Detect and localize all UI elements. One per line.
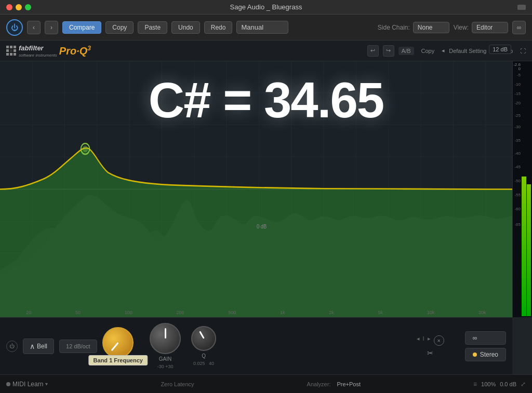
preset-dropdown[interactable]: Manual xyxy=(236,21,288,34)
plugin-body: fabfilter software instruments Pro·Q3 ↩ … xyxy=(0,40,532,374)
redo-eq-button[interactable]: ↪ xyxy=(383,45,394,57)
svg-point-26 xyxy=(83,145,88,152)
bottom-icons: ≡ 100% 0.0 dB ⤢ xyxy=(473,381,526,388)
copy-button[interactable]: Copy xyxy=(105,21,134,34)
filter-slope-button[interactable]: 12 dB/oct xyxy=(59,340,97,353)
plugin-header: ⏻ ‹ › Compare Copy Paste Undo Redo Manua… xyxy=(0,15,532,40)
channel-link-button[interactable]: ∞ xyxy=(465,331,506,345)
view-dropdown[interactable]: Editor xyxy=(472,22,508,33)
power-button[interactable]: ⏻ xyxy=(6,19,23,36)
band-frequency-tooltip: Band 1 Frequency xyxy=(89,355,148,365)
band-icon-1[interactable]: ◂ xyxy=(417,335,420,346)
logo-grid xyxy=(6,46,17,56)
sidechain-label: Side Chain: xyxy=(378,24,410,31)
band-icon-3[interactable]: ▸ xyxy=(428,335,431,346)
minimize-button[interactable] xyxy=(16,4,22,10)
midi-dot xyxy=(6,382,10,386)
sidechain-group: Side Chain: None xyxy=(378,22,449,33)
frequency-knob[interactable] xyxy=(102,327,134,358)
product-logo: Pro·Q3 xyxy=(59,45,91,57)
redo-button[interactable]: Redo xyxy=(204,21,233,34)
midi-arrow-icon: ▾ xyxy=(45,381,48,387)
analyzer-label: Analyzer: xyxy=(307,381,331,387)
copy-eq-button[interactable]: Copy xyxy=(418,47,438,55)
expand-button[interactable]: ⛶ xyxy=(520,48,526,54)
freq-label-1k: 1k xyxy=(280,310,285,315)
freq-label-500: 500 xyxy=(228,310,236,315)
title-bar: Sage Audio _ Bluegrass xyxy=(0,0,532,15)
note-display: C# = 34.65 xyxy=(0,72,532,129)
db-badge: 12 dB xyxy=(489,45,511,54)
svg-text:0 dB: 0 dB xyxy=(257,223,267,229)
paste-button[interactable]: Paste xyxy=(138,21,167,34)
q-knob[interactable] xyxy=(191,326,216,351)
band-power-button[interactable]: ⏻ xyxy=(6,341,18,352)
nav-forward-button[interactable]: › xyxy=(45,21,58,34)
freq-label-200: 200 xyxy=(177,310,184,315)
view-label: View: xyxy=(454,24,469,31)
window-title: Sage Audio _ Bluegrass xyxy=(230,3,302,11)
freq-label-10k: 10k xyxy=(427,310,435,315)
delete-band-button[interactable]: × xyxy=(434,335,444,346)
freq-label-100: 100 xyxy=(125,310,132,315)
link-button[interactable]: ∞ xyxy=(512,21,526,34)
logo-text: fabfilter software instruments xyxy=(19,44,57,58)
band-icon-2[interactable]: I xyxy=(423,335,424,346)
zero-latency-label: Zero Latency xyxy=(161,381,194,387)
freq-label-20: 20 xyxy=(26,310,31,315)
undo-button[interactable]: Undo xyxy=(171,21,200,34)
freq-label-2k: 2k xyxy=(329,310,334,315)
close-button[interactable] xyxy=(6,4,12,10)
undo-eq-button[interactable]: ↩ xyxy=(367,45,379,57)
compare-button[interactable]: Compare xyxy=(62,21,101,34)
gain-knob-group: GAIN -30 +30 xyxy=(150,323,181,369)
nav-back-button[interactable]: ‹ xyxy=(27,21,41,34)
scissors-button[interactable]: ✂ xyxy=(427,349,433,357)
freq-label-20k: 20k xyxy=(478,310,486,315)
freq-label-50: 50 xyxy=(75,310,81,315)
window-control xyxy=(517,5,526,10)
midi-learn-button[interactable]: MIDI Learn ▾ xyxy=(6,381,48,388)
settings-icon[interactable]: ≡ xyxy=(473,381,477,388)
output-level: 0.0 dB xyxy=(500,381,516,387)
band-controls: ⏻ ∧ Bell 12 dB/oct 10 Hz 20 kHz Band 1 F… xyxy=(0,317,512,374)
sidechain-dropdown[interactable]: None xyxy=(413,22,449,33)
bottom-bar: MIDI Learn ▾ Zero Latency Analyzer: Pre+… xyxy=(0,374,532,393)
filter-type-button[interactable]: ∧ Bell xyxy=(23,338,54,354)
channel-stereo-button[interactable]: Stereo xyxy=(465,348,506,361)
frequency-labels: 20 50 100 200 500 1k 2k 5k 10k 20k xyxy=(0,310,512,315)
gain-knob[interactable] xyxy=(150,323,181,354)
channel-controls: ∞ Stereo xyxy=(465,331,506,361)
maximize-button[interactable] xyxy=(25,4,31,10)
view-group: View: Editor xyxy=(454,22,508,33)
expand-icon[interactable]: ⤢ xyxy=(521,381,526,388)
zoom-level: 100% xyxy=(481,381,496,387)
analyzer-value: Pre+Post xyxy=(337,381,361,387)
gain-label: GAIN xyxy=(159,356,171,362)
fabfilter-logo: fabfilter software instruments Pro·Q3 xyxy=(6,44,91,58)
eq-canvas: C# = 34.65 xyxy=(0,61,532,317)
midi-learn-label: MIDI Learn xyxy=(12,381,43,388)
eq-header: fabfilter software instruments Pro·Q3 ↩ … xyxy=(0,40,532,61)
q-knob-group: Q 0.025 40 xyxy=(191,326,216,366)
channel-dot xyxy=(473,353,477,357)
traffic-lights xyxy=(6,4,31,10)
ab-button[interactable]: A/B xyxy=(398,47,414,55)
frequency-knob-group: 10 Hz 20 kHz Band 1 Frequency xyxy=(102,327,135,365)
q-label: Q xyxy=(202,353,206,359)
default-setting: Default Setting xyxy=(449,48,486,54)
band-icons-group: ◂ I ▸ × ✂ xyxy=(417,335,444,357)
freq-label-5k: 5k xyxy=(378,310,383,315)
